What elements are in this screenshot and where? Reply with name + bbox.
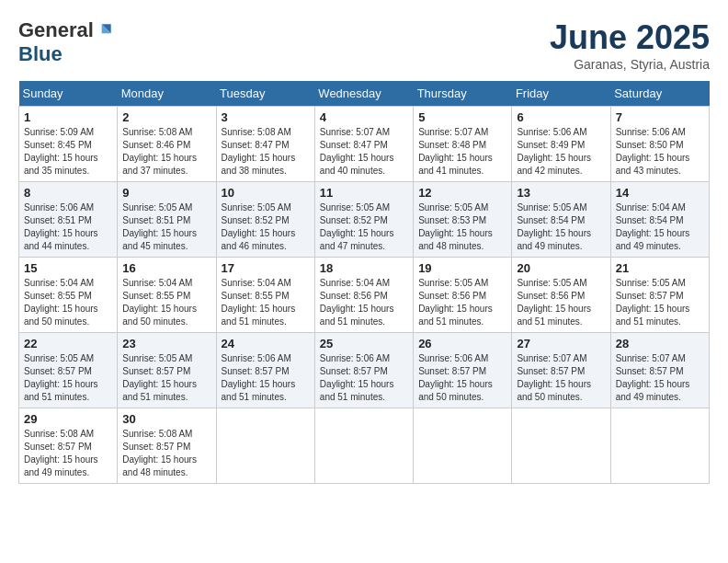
day-info: Sunrise: 5:04 AM Sunset: 8:56 PM Dayligh… [320,277,408,328]
daylight-minutes: and 37 minutes. [122,166,188,176]
month-title: June 2025 [550,18,710,57]
sunrise: Sunrise: 5:07 AM [616,353,686,363]
sunrise: Sunrise: 5:04 AM [122,278,192,288]
day-number: 2 [122,110,210,124]
calendar-cell: 30 Sunrise: 5:08 AM Sunset: 8:57 PM Dayl… [118,408,216,484]
calendar-cell: 18 Sunrise: 5:04 AM Sunset: 8:56 PM Dayl… [314,258,413,333]
day-number: 15 [24,261,112,275]
calendar-cell [216,408,314,484]
sunrise: Sunrise: 5:05 AM [418,278,488,288]
day-number: 28 [616,337,704,350]
day-number: 30 [122,412,210,426]
daylight: Daylight: 15 hours [517,379,591,389]
day-info: Sunrise: 5:05 AM Sunset: 8:57 PM Dayligh… [122,352,210,404]
day-info: Sunrise: 5:05 AM Sunset: 8:52 PM Dayligh… [320,201,408,253]
calendar-cell: 29 Sunrise: 5:08 AM Sunset: 8:57 PM Dayl… [19,408,118,484]
daylight: Daylight: 15 hours [418,379,493,389]
sunset: Sunset: 8:52 PM [222,215,290,225]
calendar-week-row: 22 Sunrise: 5:05 AM Sunset: 8:57 PM Dayl… [19,333,710,408]
calendar-cell: 4 Sunrise: 5:07 AM Sunset: 8:47 PM Dayli… [314,107,413,182]
calendar-cell: 19 Sunrise: 5:05 AM Sunset: 8:56 PM Dayl… [414,258,512,333]
day-info: Sunrise: 5:05 AM Sunset: 8:57 PM Dayligh… [24,352,112,404]
calendar-cell: 11 Sunrise: 5:05 AM Sunset: 8:52 PM Dayl… [314,182,413,258]
calendar-cell: 14 Sunrise: 5:04 AM Sunset: 8:54 PM Dayl… [610,182,709,258]
sunrise: Sunrise: 5:05 AM [418,202,488,213]
calendar-cell: 8 Sunrise: 5:06 AM Sunset: 8:51 PM Dayli… [19,182,118,258]
day-number: 20 [517,261,605,275]
sunset: Sunset: 8:45 PM [24,140,92,150]
daylight: Daylight: 15 hours [418,228,493,238]
day-info: Sunrise: 5:04 AM Sunset: 8:55 PM Dayligh… [24,277,112,328]
daylight-minutes: and 48 minutes. [418,241,483,251]
calendar-cell: 28 Sunrise: 5:07 AM Sunset: 8:57 PM Dayl… [610,333,709,408]
sunrise: Sunrise: 5:05 AM [616,278,686,288]
day-info: Sunrise: 5:06 AM Sunset: 8:57 PM Dayligh… [418,352,506,404]
daylight-minutes: and 41 minutes. [418,166,483,176]
day-number: 4 [320,110,408,124]
daylight-minutes: and 48 minutes. [122,467,188,477]
sunrise: Sunrise: 5:08 AM [122,127,192,137]
sunrise: Sunrise: 5:06 AM [320,353,390,363]
day-info: Sunrise: 5:06 AM Sunset: 8:49 PM Dayligh… [517,126,605,178]
calendar-cell: 5 Sunrise: 5:07 AM Sunset: 8:48 PM Dayli… [414,107,512,182]
sunset: Sunset: 8:56 PM [517,291,585,301]
sunset: Sunset: 8:57 PM [122,442,190,452]
day-number: 27 [517,337,605,350]
sunrise: Sunrise: 5:06 AM [418,353,488,363]
day-number: 19 [418,261,506,275]
logo: General Blue [18,18,114,66]
sunrise: Sunrise: 5:07 AM [517,353,586,363]
daylight: Daylight: 15 hours [320,379,394,389]
calendar-cell: 20 Sunrise: 5:05 AM Sunset: 8:56 PM Dayl… [512,258,610,333]
calendar-cell: 12 Sunrise: 5:05 AM Sunset: 8:53 PM Dayl… [414,182,512,258]
day-info: Sunrise: 5:05 AM Sunset: 8:56 PM Dayligh… [517,277,605,328]
day-info: Sunrise: 5:07 AM Sunset: 8:47 PM Dayligh… [320,126,408,178]
sunset: Sunset: 8:54 PM [517,215,585,225]
daylight-minutes: and 44 minutes. [24,241,89,251]
daylight: Daylight: 15 hours [122,228,197,238]
daylight: Daylight: 15 hours [320,228,394,238]
location: Garanas, Styria, Austria [550,57,710,72]
sunset: Sunset: 8:47 PM [222,140,290,150]
sunrise: Sunrise: 5:05 AM [320,202,390,213]
calendar-cell [610,408,709,484]
calendar-cell: 13 Sunrise: 5:05 AM Sunset: 8:54 PM Dayl… [512,182,610,258]
day-number: 24 [222,337,310,350]
day-number: 7 [616,110,704,124]
header-friday: Friday [512,81,610,107]
sunset: Sunset: 8:49 PM [517,140,585,150]
daylight: Daylight: 15 hours [320,153,394,163]
sunset: Sunset: 8:57 PM [24,442,92,452]
daylight-minutes: and 51 minutes. [320,392,385,402]
day-info: Sunrise: 5:07 AM Sunset: 8:57 PM Dayligh… [517,352,605,404]
daylight: Daylight: 15 hours [122,304,197,314]
sunset: Sunset: 8:57 PM [616,291,684,301]
daylight-minutes: and 51 minutes. [320,316,385,327]
daylight-minutes: and 43 minutes. [616,166,681,176]
day-number: 12 [418,186,506,200]
day-number: 17 [222,261,310,275]
sunset: Sunset: 8:56 PM [418,291,486,301]
day-number: 29 [24,412,112,426]
daylight: Daylight: 15 hours [222,153,296,163]
header-monday: Monday [118,81,216,107]
sunrise: Sunrise: 5:07 AM [320,127,390,137]
sunset: Sunset: 8:57 PM [517,366,585,376]
day-number: 22 [24,337,112,350]
day-info: Sunrise: 5:06 AM Sunset: 8:57 PM Dayligh… [320,352,408,404]
sunset: Sunset: 8:51 PM [122,215,190,225]
calendar-cell: 1 Sunrise: 5:09 AM Sunset: 8:45 PM Dayli… [19,107,118,182]
day-number: 1 [24,110,112,124]
daylight: Daylight: 15 hours [222,379,296,389]
day-info: Sunrise: 5:06 AM Sunset: 8:51 PM Dayligh… [24,201,112,253]
daylight: Daylight: 15 hours [122,379,197,389]
day-info: Sunrise: 5:08 AM Sunset: 8:46 PM Dayligh… [122,126,210,178]
sunset: Sunset: 8:57 PM [122,366,190,376]
daylight-minutes: and 42 minutes. [517,166,582,176]
sunset: Sunset: 8:55 PM [24,291,92,301]
daylight-minutes: and 51 minutes. [222,392,287,402]
daylight-minutes: and 51 minutes. [122,392,188,402]
logo-icon [96,21,114,40]
calendar-cell: 16 Sunrise: 5:04 AM Sunset: 8:55 PM Dayl… [118,258,216,333]
daylight: Daylight: 15 hours [24,379,98,389]
